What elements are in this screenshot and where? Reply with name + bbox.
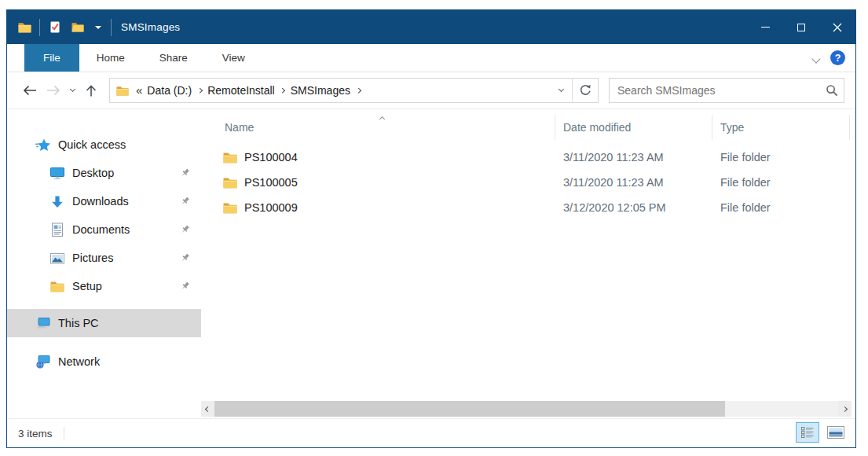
pictures-icon	[49, 250, 65, 266]
folder-icon	[223, 177, 237, 189]
sort-ascending-icon	[380, 111, 384, 123]
back-arrow-icon	[22, 84, 38, 97]
sidebar-item-label: This PC	[58, 317, 99, 329]
folder-icon	[223, 152, 237, 164]
breadcrumb-segment[interactable]: RemoteInstall	[206, 84, 277, 97]
refresh-icon	[579, 84, 591, 97]
file-list-pane: Name Date modified Type PS100004 3/11/20…	[201, 109, 855, 418]
quick-access-star-icon	[35, 137, 51, 153]
sidebar-item-label: Quick access	[58, 138, 126, 151]
sidebar-item-this-pc[interactable]: This PC	[7, 309, 201, 337]
window-folder-icon[interactable]	[16, 19, 32, 36]
column-header-name[interactable]: Name	[201, 121, 555, 134]
sidebar-item-label: Pictures	[72, 252, 113, 264]
column-header-date-modified[interactable]: Date modified	[555, 115, 712, 140]
column-header-type[interactable]: Type	[712, 115, 849, 140]
file-name: PS100004	[244, 151, 298, 164]
sidebar-item-desktop[interactable]: Desktop	[7, 159, 201, 187]
tab-file[interactable]: File	[24, 44, 79, 72]
scrollbar-thumb[interactable]	[214, 401, 725, 417]
scrollbar-track[interactable]	[214, 401, 838, 417]
caret-down-icon[interactable]	[93, 19, 104, 36]
breadcrumb-chevron-icon[interactable]	[277, 79, 289, 102]
documents-icon	[49, 222, 65, 237]
file-date-modified: 3/11/2020 11:23 AM	[555, 176, 712, 189]
large-icons-view-button[interactable]	[824, 422, 848, 443]
column-headers: Name Date modified Type	[201, 109, 855, 145]
breadcrumb-overflow[interactable]: «	[134, 83, 145, 98]
tab-share[interactable]: Share	[142, 44, 205, 72]
breadcrumb-chevron-icon[interactable]	[352, 79, 364, 102]
search-box[interactable]	[609, 78, 844, 103]
sidebar-item-label: Network	[58, 355, 100, 368]
file-type: File folder	[712, 176, 849, 189]
breadcrumb-chevron-icon[interactable]	[193, 79, 206, 102]
breadcrumb-segment[interactable]: SMSImages	[289, 84, 352, 97]
sidebar-item-documents[interactable]: Documents	[7, 215, 201, 244]
back-button[interactable]	[18, 78, 42, 103]
collapse-ribbon-chevron-icon[interactable]	[813, 51, 819, 65]
address-folder-icon	[116, 86, 129, 96]
folder-icon	[223, 202, 237, 214]
address-dropdown-chevron-icon[interactable]	[550, 79, 572, 102]
tab-view[interactable]: View	[205, 44, 262, 72]
sidebar-item-pictures[interactable]: Pictures	[7, 244, 201, 272]
column-divider	[849, 115, 850, 140]
checkmark-icon[interactable]	[47, 19, 63, 36]
sidebar-item-downloads[interactable]: Downloads	[7, 187, 201, 215]
titlebar-separator	[111, 19, 112, 36]
sidebar-item-label: Desktop	[72, 167, 114, 179]
file-type: File folder	[712, 201, 849, 214]
scroll-left-button[interactable]	[201, 401, 214, 417]
minimize-icon	[761, 27, 770, 28]
forward-arrow-icon	[46, 84, 61, 97]
details-view-icon	[801, 427, 814, 438]
up-button[interactable]	[79, 78, 103, 103]
folder-icon[interactable]	[70, 19, 86, 36]
minimize-button[interactable]	[747, 10, 783, 44]
maximize-icon	[797, 24, 805, 31]
forward-button[interactable]	[42, 78, 65, 103]
sidebar-item-label: Documents	[72, 223, 130, 236]
sidebar-item-label: Downloads	[72, 195, 129, 208]
file-row[interactable]: PS100005 3/11/2020 11:23 AM File folder	[201, 170, 855, 195]
search-icon[interactable]	[820, 84, 844, 97]
sidebar-item-quick-access[interactable]: Quick access	[7, 131, 201, 159]
refresh-button[interactable]	[573, 79, 598, 102]
search-input[interactable]	[610, 84, 820, 97]
close-button[interactable]	[819, 10, 855, 44]
up-arrow-icon	[85, 84, 97, 97]
details-view-button[interactable]	[796, 422, 819, 443]
sidebar-item-setup[interactable]: Setup	[7, 272, 201, 300]
file-row[interactable]: PS100004 3/11/2020 11:23 AM File folder	[201, 145, 855, 170]
caption-buttons	[747, 10, 855, 44]
content-area: Quick access Desktop Downloads	[7, 109, 855, 418]
address-bar[interactable]: « Data (D:) RemoteInstall SMSImages	[109, 78, 599, 103]
file-explorer-window: SMSImages File Home Share View ?	[6, 9, 856, 448]
close-icon	[833, 23, 842, 32]
status-bar: 3 items	[7, 418, 855, 447]
window-title: SMSImages	[121, 21, 180, 33]
titlebar: SMSImages	[7, 10, 855, 44]
file-row[interactable]: PS100009 3/12/2020 12:05 PM File folder	[201, 195, 855, 220]
help-button[interactable]: ?	[830, 50, 845, 65]
scroll-right-button[interactable]	[838, 401, 852, 417]
pin-icon	[180, 225, 190, 235]
file-name: PS100005	[244, 176, 298, 189]
pin-icon	[180, 253, 190, 263]
status-separator	[64, 427, 64, 439]
sidebar-item-network[interactable]: Network	[7, 348, 201, 376]
maximize-button[interactable]	[783, 10, 819, 44]
pin-icon	[180, 197, 190, 207]
pin-icon	[180, 168, 190, 178]
ribbon-tab-row: File Home Share View ?	[7, 44, 855, 72]
desktop-icon	[49, 165, 65, 181]
tab-home[interactable]: Home	[79, 44, 142, 72]
large-icons-view-icon	[827, 426, 844, 439]
breadcrumb-segment[interactable]: Data (D:)	[145, 84, 193, 97]
recent-locations-chevron-icon[interactable]	[65, 78, 79, 103]
titlebar-separator	[39, 19, 40, 36]
screenshot: SMSImages File Home Share View ?	[0, 0, 868, 456]
horizontal-scrollbar[interactable]	[201, 401, 852, 417]
sidebar-item-label: Setup	[72, 280, 102, 292]
